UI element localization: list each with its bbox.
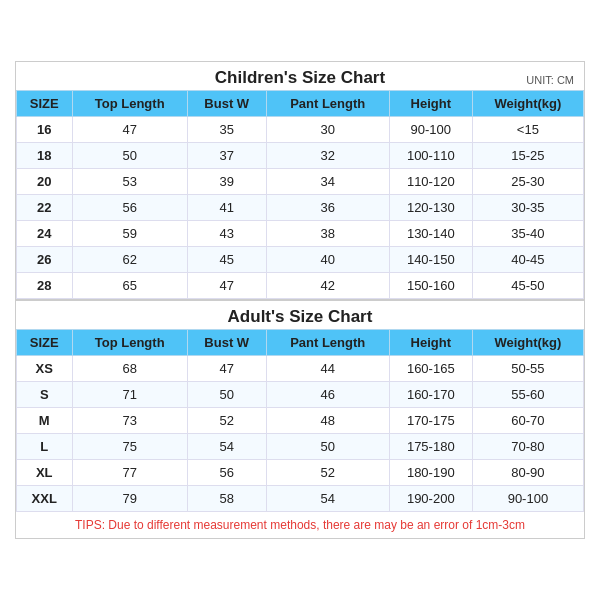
- adult-header-row: SIZE Top Length Bust W Pant Length Heigh…: [17, 330, 584, 356]
- adult-cell: 75: [72, 434, 187, 460]
- children-cell: 110-120: [389, 169, 472, 195]
- children-cell: 24: [17, 221, 73, 247]
- children-cell: 36: [266, 195, 389, 221]
- children-table-row: 20533934110-12025-30: [17, 169, 584, 195]
- adult-col-header-top-length: Top Length: [72, 330, 187, 356]
- children-cell: 59: [72, 221, 187, 247]
- adult-table-row: XXL795854190-20090-100: [17, 486, 584, 512]
- adult-cell: 160-165: [389, 356, 472, 382]
- children-table: SIZE Top Length Bust W Pant Length Heigh…: [16, 90, 584, 299]
- children-cell: 39: [187, 169, 266, 195]
- col-header-height: Height: [389, 91, 472, 117]
- adult-col-header-size: SIZE: [17, 330, 73, 356]
- adult-cell: 55-60: [472, 382, 583, 408]
- children-cell: 34: [266, 169, 389, 195]
- children-cell: 130-140: [389, 221, 472, 247]
- adult-cell: M: [17, 408, 73, 434]
- adult-cell: XXL: [17, 486, 73, 512]
- children-cell: 45: [187, 247, 266, 273]
- adult-cell: 80-90: [472, 460, 583, 486]
- adult-cell: S: [17, 382, 73, 408]
- adult-cell: XS: [17, 356, 73, 382]
- adult-cell: 54: [266, 486, 389, 512]
- children-cell: 22: [17, 195, 73, 221]
- adult-col-header-height: Height: [389, 330, 472, 356]
- adult-table-row: L755450175-18070-80: [17, 434, 584, 460]
- adult-cell: 190-200: [389, 486, 472, 512]
- adult-cell: 54: [187, 434, 266, 460]
- adult-cell: 90-100: [472, 486, 583, 512]
- adult-cell: 71: [72, 382, 187, 408]
- adult-cell: 79: [72, 486, 187, 512]
- children-cell: 140-150: [389, 247, 472, 273]
- children-cell: 28: [17, 273, 73, 299]
- size-chart-container: Children's Size Chart UNIT: CM SIZE Top …: [15, 61, 585, 539]
- children-cell: 45-50: [472, 273, 583, 299]
- children-cell: 47: [72, 117, 187, 143]
- col-header-weight: Weight(kg): [472, 91, 583, 117]
- children-cell: 26: [17, 247, 73, 273]
- children-cell: 32: [266, 143, 389, 169]
- children-table-row: 22564136120-13030-35: [17, 195, 584, 221]
- adult-cell: 58: [187, 486, 266, 512]
- children-cell: 40-45: [472, 247, 583, 273]
- children-cell: 50: [72, 143, 187, 169]
- adult-cell: 77: [72, 460, 187, 486]
- adult-cell: 52: [266, 460, 389, 486]
- adult-table-row: XL775652180-19080-90: [17, 460, 584, 486]
- children-table-row: 28654742150-16045-50: [17, 273, 584, 299]
- adult-cell: 60-70: [472, 408, 583, 434]
- col-header-pant-length: Pant Length: [266, 91, 389, 117]
- children-cell: 15-25: [472, 143, 583, 169]
- children-cell: 120-130: [389, 195, 472, 221]
- adult-table: SIZE Top Length Bust W Pant Length Heigh…: [16, 329, 584, 512]
- children-cell: 25-30: [472, 169, 583, 195]
- adult-cell: 50: [187, 382, 266, 408]
- adult-cell: 73: [72, 408, 187, 434]
- adult-table-row: M735248170-17560-70: [17, 408, 584, 434]
- children-cell: 62: [72, 247, 187, 273]
- children-cell: 37: [187, 143, 266, 169]
- children-cell: 53: [72, 169, 187, 195]
- tips-row: TIPS: Due to different measurement metho…: [16, 512, 584, 538]
- children-header-row: SIZE Top Length Bust W Pant Length Heigh…: [17, 91, 584, 117]
- children-table-row: 18503732100-11015-25: [17, 143, 584, 169]
- children-cell: 43: [187, 221, 266, 247]
- tips-text: TIPS: Due to different measurement metho…: [75, 518, 525, 532]
- unit-label: UNIT: CM: [526, 74, 574, 86]
- adult-cell: 47: [187, 356, 266, 382]
- children-cell: 38: [266, 221, 389, 247]
- adult-cell: 68: [72, 356, 187, 382]
- adult-cell: 46: [266, 382, 389, 408]
- children-cell: 16: [17, 117, 73, 143]
- children-cell: 35-40: [472, 221, 583, 247]
- adult-cell: 160-170: [389, 382, 472, 408]
- adult-cell: 170-175: [389, 408, 472, 434]
- col-header-bust-w: Bust W: [187, 91, 266, 117]
- children-table-row: 1647353090-100<15: [17, 117, 584, 143]
- adult-cell: 48: [266, 408, 389, 434]
- adult-cell: 180-190: [389, 460, 472, 486]
- adult-cell: L: [17, 434, 73, 460]
- adult-col-header-weight: Weight(kg): [472, 330, 583, 356]
- adult-title-row: Adult's Size Chart: [16, 299, 584, 329]
- adult-cell: 52: [187, 408, 266, 434]
- col-header-top-length: Top Length: [72, 91, 187, 117]
- children-cell: 30-35: [472, 195, 583, 221]
- adult-cell: 70-80: [472, 434, 583, 460]
- children-title-row: Children's Size Chart UNIT: CM: [16, 62, 584, 90]
- col-header-size: SIZE: [17, 91, 73, 117]
- children-cell: 47: [187, 273, 266, 299]
- adult-cell: 50: [266, 434, 389, 460]
- adult-col-header-pant-length: Pant Length: [266, 330, 389, 356]
- adult-cell: 44: [266, 356, 389, 382]
- adult-cell: 50-55: [472, 356, 583, 382]
- adult-title: Adult's Size Chart: [228, 307, 373, 326]
- adult-table-row: XS684744160-16550-55: [17, 356, 584, 382]
- adult-table-row: S715046160-17055-60: [17, 382, 584, 408]
- children-cell: <15: [472, 117, 583, 143]
- children-cell: 90-100: [389, 117, 472, 143]
- children-cell: 35: [187, 117, 266, 143]
- children-cell: 20: [17, 169, 73, 195]
- adult-cell: XL: [17, 460, 73, 486]
